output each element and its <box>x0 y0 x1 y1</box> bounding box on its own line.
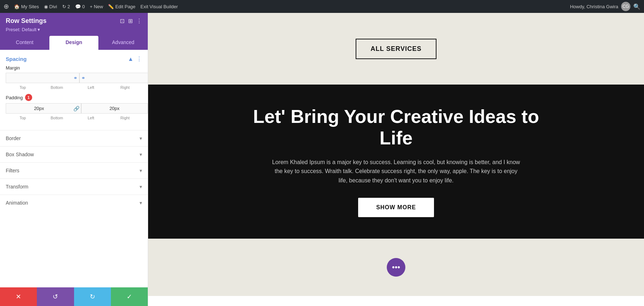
all-services-section: ALL SERVICES <box>148 13 644 85</box>
filters-title: Filters <box>6 168 19 173</box>
padding-sub-labels: Top Bottom Left Right <box>6 115 142 120</box>
bubbles-link[interactable]: 💬 0 <box>75 4 85 9</box>
search-icon[interactable]: 🔍 <box>633 3 640 10</box>
collapse-icon[interactable]: ▲ <box>128 56 133 62</box>
undo-button[interactable]: ↺ <box>37 287 74 306</box>
tab-content[interactable]: Content <box>0 36 49 50</box>
comments-link[interactable]: ↻ 2 <box>62 4 70 9</box>
admin-bar: ⊕ 🏠 My Sites ◉ Divi ↻ 2 💬 0 + New ✏️ Edi… <box>0 0 644 13</box>
padding-top-label: Top <box>6 115 40 120</box>
wordpress-icon: ⊕ <box>4 3 9 10</box>
my-sites-label: My Sites <box>21 4 39 9</box>
refresh-icon: ↻ <box>62 4 66 9</box>
all-services-button[interactable]: ALL SERVICES <box>356 39 436 59</box>
margin-link-icon-right[interactable]: ⚭ <box>80 75 87 81</box>
animation-section[interactable]: Animation ▾ <box>0 195 148 211</box>
padding-left-label: Left <box>74 115 108 120</box>
transform-chevron: ▾ <box>140 184 142 190</box>
padding-bottom-input-group <box>81 103 148 114</box>
cancel-button[interactable]: ✕ <box>0 287 37 306</box>
edit-page-link[interactable]: ✏️ Edit Page <box>108 4 135 9</box>
my-sites-link[interactable]: 🏠 My Sites <box>14 4 39 9</box>
preset-chevron: ▾ <box>38 27 40 32</box>
tab-design[interactable]: Design <box>49 36 99 50</box>
padding-top-input[interactable] <box>6 104 72 113</box>
exit-builder-label: Exit Visual Builder <box>141 4 178 9</box>
border-section[interactable]: Border ▾ <box>0 130 148 146</box>
bubbles-count: 0 <box>82 4 85 9</box>
show-more-label: SHOW MORE <box>376 204 416 210</box>
avatar: CG <box>621 2 630 11</box>
padding-top-group: 🔗 <box>6 103 81 114</box>
more-icon[interactable]: ⋮ <box>136 18 142 24</box>
comments-count: 2 <box>68 4 70 9</box>
exit-builder-link[interactable]: Exit Visual Builder <box>141 4 178 9</box>
fab-label: ••• <box>392 263 400 272</box>
options-icon[interactable]: ⋮ <box>136 56 142 62</box>
divi-label: Divi <box>49 4 57 9</box>
animation-chevron: ▾ <box>140 200 142 206</box>
show-more-button[interactable]: SHOW MORE <box>358 198 434 217</box>
margin-link-icon-left[interactable]: ⚭ <box>72 75 79 81</box>
preset-label: Preset: Default <box>6 27 36 32</box>
box-shadow-section[interactable]: Box Shadow ▾ <box>0 146 148 162</box>
wordpress-link[interactable]: ⊕ <box>4 3 9 10</box>
tab-advanced[interactable]: Advanced <box>98 36 148 50</box>
tab-content-label: Content <box>16 39 33 45</box>
panel-title-row: Row Settings ⊡ ⊞ ⋮ <box>6 17 142 25</box>
transform-title: Transform <box>6 184 28 190</box>
greeting-text: Howdy, Christina Gwira <box>570 4 618 9</box>
panel-header: Row Settings ⊡ ⊞ ⋮ Preset: Default ▾ <box>0 13 148 36</box>
expand-icon[interactable]: ⊡ <box>120 18 125 24</box>
padding-bottom-label: Bottom <box>40 115 74 120</box>
margin-bottom-label: Bottom <box>40 85 74 90</box>
margin-top-input-group: ⚭ <box>6 73 79 83</box>
divi-icon: ◉ <box>44 4 48 9</box>
margin-right-label: Right <box>108 85 142 90</box>
bubble-icon: 💬 <box>75 4 81 9</box>
new-label: + New <box>90 4 103 9</box>
fab-button[interactable]: ••• <box>387 258 405 277</box>
padding-right-label: Right <box>108 115 142 120</box>
divi-link[interactable]: ◉ Divi <box>44 4 57 9</box>
bottom-bar: ✕ ↺ ↻ ✓ <box>0 287 148 306</box>
tab-design-label: Design <box>65 39 82 45</box>
right-canvas: ALL SERVICES Let' Bring Your Creative Id… <box>148 13 644 306</box>
border-chevron: ▾ <box>140 135 142 141</box>
margin-right-group: ⚭ <box>79 73 148 83</box>
admin-bar-right: Howdy, Christina Gwira CG 🔍 <box>570 2 640 11</box>
padding-label-text: Padding <box>6 95 23 100</box>
animation-title: Animation <box>6 200 28 206</box>
margin-top-input[interactable] <box>6 73 72 83</box>
margin-label-text: Margin <box>6 65 20 71</box>
main-layout: Row Settings ⊡ ⊞ ⋮ Preset: Default ▾ Con… <box>0 0 644 306</box>
panel-content: Spacing ▲ ⋮ Margin ⚭ <box>0 50 148 287</box>
panel-preset[interactable]: Preset: Default ▾ <box>6 27 142 32</box>
padding-link-icon[interactable]: 🔗 <box>72 106 81 111</box>
section-icons: ▲ ⋮ <box>128 56 142 62</box>
left-panel: Row Settings ⊡ ⊞ ⋮ Preset: Default ▾ Con… <box>0 13 148 306</box>
spacing-group: Margin ⚭ ⚭ <box>0 65 148 130</box>
save-button[interactable]: ✓ <box>111 287 148 306</box>
box-shadow-title: Box Shadow <box>6 152 34 157</box>
margin-bottom-input[interactable] <box>87 73 148 83</box>
spacing-title: Spacing <box>6 56 26 62</box>
margin-top-label: Top <box>6 85 40 90</box>
margin-sub-labels: Top Bottom Left Right <box>6 85 142 90</box>
padding-bottom-input[interactable] <box>82 104 147 113</box>
my-sites-icon: 🏠 <box>14 4 20 9</box>
spacing-section-header: Spacing ▲ ⋮ <box>0 50 148 65</box>
filters-section[interactable]: Filters ▾ <box>0 162 148 178</box>
margin-row: ⚭ ⚭ <box>6 73 142 83</box>
hero-section: Let' Bring Your Creative Ideas to Life L… <box>148 85 644 239</box>
split-icon[interactable]: ⊞ <box>128 18 133 24</box>
new-link[interactable]: + New <box>90 4 103 9</box>
padding-badge: 1 <box>25 94 32 101</box>
tab-advanced-label: Advanced <box>112 39 134 45</box>
panel-header-icons: ⊡ ⊞ ⋮ <box>120 18 142 24</box>
padding-label: Padding 1 <box>6 94 142 101</box>
transform-section[interactable]: Transform ▾ <box>0 178 148 195</box>
box-shadow-chevron: ▾ <box>140 152 142 157</box>
margin-bottom-input-group: ⚭ <box>79 73 148 83</box>
redo-button[interactable]: ↻ <box>74 287 111 306</box>
